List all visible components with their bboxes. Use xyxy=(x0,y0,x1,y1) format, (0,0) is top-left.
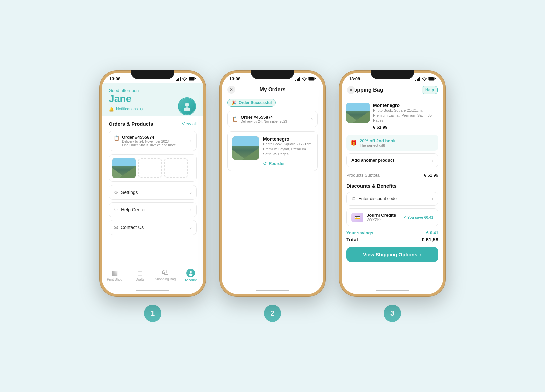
promo-sublabel: The perfect gift! xyxy=(360,143,396,147)
home-bar-1 xyxy=(136,290,169,291)
step-badge-3: 3 xyxy=(384,305,401,322)
credits-name: Journi Credits xyxy=(367,213,396,218)
svg-rect-9 xyxy=(315,78,316,79)
bottom-nav-1: ▦ Print Shop ◻ Drafts 🛍 Shopping Bag xyxy=(102,266,203,287)
phone-2: 13:08 xyxy=(219,70,326,297)
notch-2 xyxy=(251,70,294,79)
phone2-body: 🎉 Order Successful 📋 Order #4555874 Deli… xyxy=(222,95,323,287)
nav-print-shop[interactable]: ▦ Print Shop xyxy=(102,269,127,282)
order-row-2[interactable]: 📋 Order #4555874 Delivery by 24. Novembe… xyxy=(227,111,318,127)
home-indicator-1 xyxy=(102,287,203,294)
order-find: Find Order Status, Invoice and more xyxy=(122,143,176,147)
phone1-body: Orders & Products View all 📋 Order #4555… xyxy=(102,116,203,266)
add-product-label: Add another product xyxy=(351,158,394,163)
order-card-1[interactable]: 📋 Order #4555874 Delivery by 24. Novembe… xyxy=(109,131,197,151)
discounts-title: Discounts & Benefits xyxy=(346,183,438,189)
cart-item-card: Montenegro Photo Book, Square 21x21cm, P… xyxy=(346,99,438,133)
home-bar-3 xyxy=(376,290,409,291)
help-center-menu-item[interactable]: ♡ Help Center › xyxy=(109,202,197,217)
discount-chevron: › xyxy=(432,196,433,201)
contact-us-menu-item[interactable]: ✉ Contact Us › xyxy=(109,220,197,235)
order-success-badge: 🎉 Order Successful xyxy=(227,99,276,107)
credits-card: 💳 Journi Credits WYYZK4 ✓ You save €0.41 xyxy=(346,208,438,226)
battery-icon-1 xyxy=(189,77,196,81)
tag-icon: 🏷 xyxy=(351,196,356,201)
view-shipping-button[interactable]: View Shipping Options › xyxy=(346,247,438,262)
phone-group-3: 13:08 xyxy=(339,70,446,322)
account-icon xyxy=(186,269,195,277)
notch-3 xyxy=(371,70,414,79)
home-indicator-2 xyxy=(222,287,323,294)
nav-account[interactable]: Account xyxy=(178,269,203,282)
phone3-body: Montenegro Photo Book, Square 21x21cm, P… xyxy=(342,97,443,287)
home-bar-2 xyxy=(256,290,289,291)
phone-1: 13:08 xyxy=(99,70,206,297)
phone-2-inner: 13:08 xyxy=(222,73,323,294)
credits-icon: 💳 xyxy=(351,213,363,222)
reorder-btn[interactable]: ↺ Reorder xyxy=(263,161,313,166)
wifi-icon-2 xyxy=(302,77,307,81)
step-badge-1: 1 xyxy=(144,305,161,322)
settings-menu-item[interactable]: ⚙ Settings › xyxy=(109,185,197,200)
signal-bar-3 xyxy=(178,78,179,81)
settings-notif-icon: ⚙ xyxy=(140,107,143,111)
print-shop-icon: ▦ xyxy=(112,269,118,277)
product-thumb-placeholder-1 xyxy=(138,158,162,178)
add-product-row[interactable]: Add another product › xyxy=(346,153,438,167)
svg-rect-12 xyxy=(435,78,436,79)
cta-label: View Shipping Options xyxy=(363,252,417,257)
nav-shopping-bag[interactable]: 🛍 Shopping Bag xyxy=(153,269,178,282)
success-emoji: 🎉 xyxy=(232,100,237,105)
order-row-chevron: › xyxy=(311,116,313,122)
discount-code-row[interactable]: 🏷 Enter discount code › xyxy=(346,192,438,206)
notifications-label: Notifications xyxy=(116,107,138,111)
close-btn-2[interactable]: ✕ xyxy=(227,86,235,94)
mountain-scene-3 xyxy=(346,103,370,123)
settings-left: ⚙ Settings xyxy=(114,189,138,196)
total-label: Total xyxy=(346,237,358,242)
order-row-info: Order #4555874 Delivery by 24. November … xyxy=(241,115,287,123)
credits-save: ✓ You save €0.41 xyxy=(403,215,433,219)
bag-icon: 🛍 xyxy=(162,269,169,276)
paper-plane-icon: ✉ xyxy=(114,224,118,231)
order-delivery-2: Delivery by 24. November 2023 xyxy=(241,120,287,123)
order-list-icon: 📋 xyxy=(232,116,238,122)
order-card-left: 📋 Order #4555874 Delivery by 24. Novembe… xyxy=(114,135,176,147)
nav-drafts[interactable]: ◻ Drafts xyxy=(127,269,153,282)
svg-point-6 xyxy=(189,273,193,276)
product-info-2: Montenegro Photo Book, Square 21x21cm, P… xyxy=(263,136,313,166)
notch-1 xyxy=(131,70,174,79)
savings-row: Your savings -€ 0,41 xyxy=(346,230,438,235)
order-chevron: › xyxy=(190,138,192,143)
cart-item-info: Montenegro Photo Book, Square 21x21cm, P… xyxy=(373,103,438,130)
svg-rect-11 xyxy=(429,77,434,80)
total-value: € 61,58 xyxy=(422,237,438,242)
battery-icon-2 xyxy=(308,77,316,81)
screen-2-content: ✕ My Orders 🎉 Order Successful 📋 xyxy=(222,83,323,294)
phone-3-inner: 13:08 xyxy=(342,73,443,294)
close-btn-3[interactable]: ✕ xyxy=(347,86,355,94)
cart-item-desc: Photo Book, Square 21x21cm, Premium Layf… xyxy=(373,108,438,123)
svg-rect-1 xyxy=(189,77,194,80)
account-label: Account xyxy=(185,278,197,282)
account-person-icon xyxy=(188,270,193,276)
bell-icon: 🔔 xyxy=(109,107,114,112)
view-all-link[interactable]: View all xyxy=(182,121,197,126)
promo-label: 20% off 2nd book xyxy=(360,138,396,143)
order-number-2: Order #4555874 xyxy=(241,115,287,120)
status-time-3: 13:08 xyxy=(349,76,360,81)
reorder-label: Reorder xyxy=(269,161,285,166)
print-shop-label: Print Shop xyxy=(107,278,123,281)
signal-bars-1 xyxy=(176,77,181,81)
svg-point-5 xyxy=(190,271,192,273)
mountain-scene-2 xyxy=(232,136,259,160)
help-chevron: › xyxy=(190,207,192,212)
battery-icon-3 xyxy=(428,77,436,81)
status-time-2: 13:08 xyxy=(229,76,240,81)
orders-section-header: Orders & Products View all xyxy=(109,121,197,127)
help-button[interactable]: Help xyxy=(422,86,438,94)
credits-info: Journi Credits WYYZK4 xyxy=(367,213,396,222)
svg-rect-8 xyxy=(309,77,314,80)
cta-arrow: › xyxy=(420,252,422,257)
my-orders-title: My Orders xyxy=(259,87,285,93)
